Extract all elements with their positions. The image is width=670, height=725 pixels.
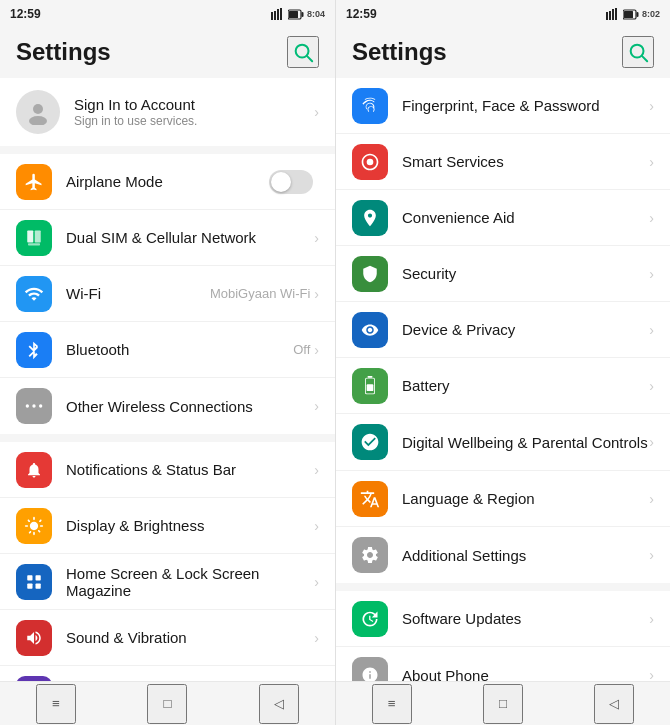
convenience-label: Convenience Aid [402, 209, 649, 226]
wifi-item[interactable]: Wi-Fi MobiGyaan Wi-Fi › [0, 266, 335, 322]
wifi-value: MobiGyaan Wi-Fi [210, 286, 310, 301]
bottom-nav-right: ≡ □ ◁ [336, 681, 670, 725]
privacy-content: Device & Privacy [402, 321, 649, 338]
sound-icon [16, 620, 52, 656]
convenience-icon [352, 200, 388, 236]
svg-rect-3 [280, 8, 282, 20]
right-section: Fingerprint, Face & Password › Smart Ser… [336, 78, 670, 583]
wellbeing-chevron: › [649, 434, 654, 450]
svg-rect-0 [271, 12, 273, 20]
software-item[interactable]: Software Updates › [336, 591, 670, 647]
nav-menu-left[interactable]: ≡ [36, 684, 76, 724]
nav-home-right[interactable]: □ [483, 684, 523, 724]
wellbeing-content: Digital Wellbeing & Parental Controls [402, 434, 649, 451]
bottom-nav-left: ≡ □ ◁ [0, 681, 335, 725]
display-chevron: › [314, 518, 319, 534]
airplane-mode-item[interactable]: Airplane Mode [0, 154, 335, 210]
notifications-item[interactable]: Notifications & Status Bar › [0, 442, 335, 498]
privacy-icon [352, 312, 388, 348]
nav-back-right[interactable]: ◁ [594, 684, 634, 724]
fingerprint-chevron: › [649, 98, 654, 114]
battery-content: Battery [402, 377, 649, 394]
svg-rect-31 [368, 376, 373, 378]
time-right: 12:59 [346, 7, 377, 21]
dnd-item[interactable]: Do Not Disturb › [0, 666, 335, 681]
dnd-icon [16, 676, 52, 681]
additional-chevron: › [649, 547, 654, 563]
svg-rect-34 [367, 384, 374, 391]
smart-content: Smart Services [402, 153, 649, 170]
svg-rect-22 [609, 11, 611, 20]
svg-rect-13 [28, 243, 40, 245]
wifi-right: MobiGyaan Wi-Fi › [210, 286, 319, 302]
dual-sim-item[interactable]: Dual SIM & Cellular Network › [0, 210, 335, 266]
left-search-button[interactable] [287, 36, 319, 68]
language-icon [352, 481, 388, 517]
airplane-toggle[interactable] [269, 170, 313, 194]
wifi-icon [16, 276, 52, 312]
convenience-content: Convenience Aid [402, 209, 649, 226]
software-content: Software Updates [402, 610, 649, 627]
language-chevron: › [649, 491, 654, 507]
additional-item[interactable]: Additional Settings › [336, 527, 670, 583]
svg-line-29 [642, 56, 647, 61]
wireless-item[interactable]: Other Wireless Connections › [0, 378, 335, 434]
nav-home-left[interactable]: □ [147, 684, 187, 724]
nav-back-left[interactable]: ◁ [259, 684, 299, 724]
left-settings-scroll: Sign In to Account Sign in to use servic… [0, 78, 335, 681]
language-item[interactable]: Language & Region › [336, 471, 670, 527]
sound-chevron: › [314, 630, 319, 646]
fingerprint-item[interactable]: Fingerprint, Face & Password › [336, 78, 670, 134]
notifications-content: Notifications & Status Bar [66, 461, 314, 478]
svg-point-9 [33, 104, 43, 114]
privacy-item[interactable]: Device & Privacy › [336, 302, 670, 358]
language-label: Language & Region [402, 490, 649, 507]
about-icon [352, 657, 388, 681]
right-search-button[interactable] [622, 36, 654, 68]
account-sublabel: Sign in to use services. [74, 114, 314, 128]
privacy-label: Device & Privacy [402, 321, 649, 338]
system-section: Software Updates › About Phone › [336, 591, 670, 681]
software-icon [352, 601, 388, 637]
bluetooth-value: Off [293, 342, 310, 357]
about-item[interactable]: About Phone › [336, 647, 670, 681]
svg-rect-5 [289, 11, 298, 18]
language-content: Language & Region [402, 490, 649, 507]
battery-item[interactable]: Battery › [336, 358, 670, 414]
left-panel: 12:59 8:04 Settings [0, 0, 335, 725]
additional-label: Additional Settings [402, 547, 649, 564]
wireless-chevron: › [314, 398, 319, 414]
wellbeing-icon [352, 424, 388, 460]
wellbeing-item[interactable]: Digital Wellbeing & Parental Controls › [336, 414, 670, 471]
right-page-title: Settings [352, 38, 447, 66]
svg-rect-18 [36, 575, 41, 580]
security-item[interactable]: Security › [336, 246, 670, 302]
smart-icon [352, 144, 388, 180]
svg-rect-6 [301, 12, 303, 17]
fingerprint-content: Fingerprint, Face & Password [402, 97, 649, 114]
security-icon [352, 256, 388, 292]
status-icons-left: 8:04 [271, 8, 325, 20]
airplane-icon [16, 164, 52, 200]
smart-item[interactable]: Smart Services › [336, 134, 670, 190]
bluetooth-content: Bluetooth [66, 341, 293, 358]
status-icons-right: 8:02 [606, 8, 660, 20]
account-label: Sign In to Account [74, 96, 314, 113]
left-header: Settings [0, 28, 335, 78]
convenience-item[interactable]: Convenience Aid › [336, 190, 670, 246]
display-item[interactable]: Display & Brightness › [0, 498, 335, 554]
account-item[interactable]: Sign In to Account Sign in to use servic… [0, 78, 335, 146]
svg-rect-2 [277, 9, 279, 20]
sound-item[interactable]: Sound & Vibration › [0, 610, 335, 666]
wifi-content: Wi-Fi [66, 285, 210, 302]
battery-chevron: › [649, 378, 654, 394]
svg-rect-23 [612, 9, 614, 20]
nav-menu-right[interactable]: ≡ [372, 684, 412, 724]
svg-rect-12 [35, 230, 41, 242]
homescreen-item[interactable]: Home Screen & Lock Screen Magazine › [0, 554, 335, 610]
bluetooth-item[interactable]: Bluetooth Off › [0, 322, 335, 378]
software-chevron: › [649, 611, 654, 627]
svg-point-10 [29, 116, 47, 125]
sound-content: Sound & Vibration [66, 629, 314, 646]
wifi-chevron: › [314, 286, 319, 302]
